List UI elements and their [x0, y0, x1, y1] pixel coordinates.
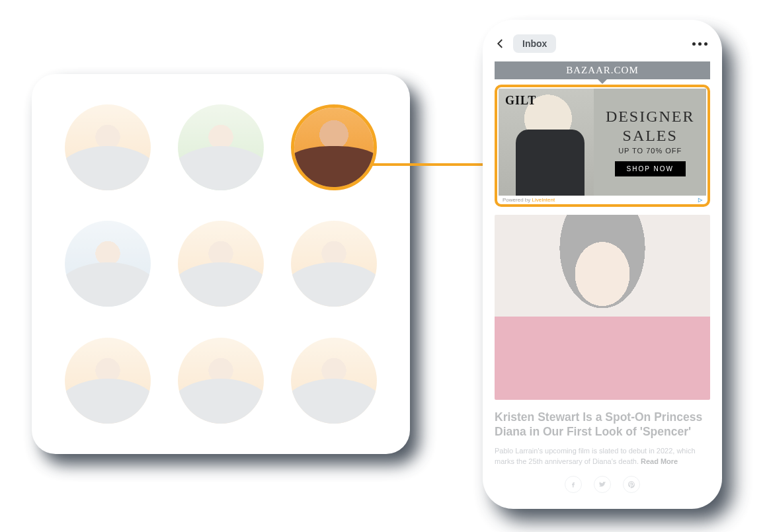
- ad-powered-by-brand: LiveIntent: [532, 197, 555, 203]
- phone-frame: Inbox BAZAAR.COM GILT DESIGNER SALES UP …: [483, 20, 722, 509]
- ad-headline-1: DESIGNER: [606, 108, 695, 125]
- avatar-grid-card: [32, 74, 410, 454]
- avatar-person-6[interactable]: [291, 221, 377, 307]
- share-row: [495, 476, 710, 493]
- article-preview: Kristen Stewart Is a Spot-On Princess Di…: [495, 215, 710, 493]
- avatar-person-5[interactable]: [178, 221, 264, 307]
- ad-footer: Powered by LiveIntent ▷: [499, 196, 706, 203]
- ad-copy: DESIGNER SALES UP TO 70% OFF SHOP NOW: [594, 89, 706, 196]
- article-title: Kristen Stewart Is a Spot-On Princess Di…: [495, 410, 710, 439]
- avatar-person-9[interactable]: [291, 338, 377, 424]
- ad-subline: UP TO 70% OFF: [618, 147, 682, 155]
- ad-image: GILT: [499, 89, 594, 196]
- avatar-person-2[interactable]: [178, 104, 264, 190]
- article-hero-image: [495, 215, 710, 400]
- share-twitter-icon[interactable]: [594, 476, 611, 493]
- publisher-label: BAZAAR.COM: [566, 65, 639, 76]
- ad-headline-2: SALES: [623, 128, 678, 144]
- ad-brand-logo: GILT: [505, 94, 536, 108]
- more-icon[interactable]: [692, 42, 710, 46]
- avatar-person-3-selected[interactable]: [291, 104, 377, 190]
- ad-powered-by-prefix: Powered by: [503, 197, 532, 203]
- share-facebook-icon[interactable]: [565, 476, 582, 493]
- ad-powered-by: Powered by LiveIntent: [503, 197, 555, 203]
- publisher-arrow-icon: [597, 79, 608, 84]
- back-icon[interactable]: [495, 38, 506, 50]
- avatar-person-8[interactable]: [178, 338, 264, 424]
- avatar-person-1[interactable]: [65, 104, 151, 190]
- ad-highlight-frame: GILT DESIGNER SALES UP TO 70% OFF SHOP N…: [495, 85, 710, 207]
- ad-creative[interactable]: GILT DESIGNER SALES UP TO 70% OFF SHOP N…: [499, 89, 706, 196]
- share-pinterest-icon[interactable]: [623, 476, 640, 493]
- read-more-link[interactable]: Read More: [641, 457, 678, 465]
- avatar-person-7[interactable]: [65, 338, 151, 424]
- avatar-person-4[interactable]: [65, 221, 151, 307]
- phone-header: Inbox: [495, 33, 710, 55]
- adchoices-icon[interactable]: ▷: [698, 197, 702, 203]
- inbox-pill[interactable]: Inbox: [513, 34, 556, 53]
- publisher-bar: BAZAAR.COM: [495, 61, 710, 80]
- ad-cta-button[interactable]: SHOP NOW: [615, 161, 686, 176]
- article-body: Pablo Larrain's upcoming film is slated …: [495, 446, 710, 467]
